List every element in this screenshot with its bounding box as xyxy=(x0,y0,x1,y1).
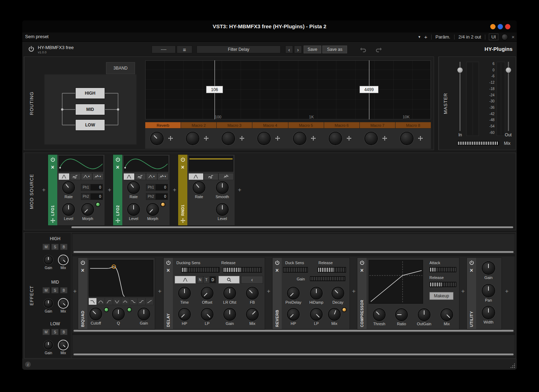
biquad-curve-display[interactable] xyxy=(89,260,153,297)
lfo2-level-knob[interactable] xyxy=(128,204,139,215)
macro-8-move-icon[interactable] xyxy=(418,136,423,141)
reverb-hp-knob[interactable] xyxy=(288,309,299,320)
mute-button[interactable]: M xyxy=(43,244,49,250)
band-mid-mix-knob[interactable] xyxy=(59,299,67,307)
delay-gain-knob[interactable] xyxy=(224,309,235,320)
delay-prev-button[interactable]: ‹ xyxy=(241,276,263,283)
crossover-display[interactable]: 106 4499 100 1K 10K xyxy=(145,60,431,119)
compressor-ratio-knob[interactable] xyxy=(396,309,407,320)
mute-button[interactable]: M xyxy=(43,329,49,335)
lfo1-remove-icon[interactable]: × xyxy=(51,165,54,170)
ui-button[interactable]: UI xyxy=(489,34,498,40)
macro-1-move-icon[interactable] xyxy=(168,136,173,141)
lfo1-wave-bell-button[interactable] xyxy=(59,173,69,180)
band-block-high[interactable]: HIGH xyxy=(76,88,105,99)
reverb-duck-meter[interactable] xyxy=(283,267,308,273)
add-fx-slot-3[interactable]: + xyxy=(266,288,271,295)
macro-3-move-icon[interactable] xyxy=(239,136,245,141)
host-preset-name[interactable]: Sem preset xyxy=(25,34,48,39)
lfo2-power-icon[interactable] xyxy=(115,157,121,162)
add-mod-slot-3[interactable]: + xyxy=(172,186,177,194)
lfo1-ph2-field[interactable]: Ph20 xyxy=(81,194,102,200)
lfo2-remove-icon[interactable]: × xyxy=(116,165,119,170)
delay-power-icon[interactable] xyxy=(166,260,171,266)
delay-envelope-button[interactable] xyxy=(175,276,195,283)
compressor-power-icon[interactable] xyxy=(359,260,365,266)
add-fx-slot-4[interactable]: + xyxy=(351,288,357,295)
reverb-release-meter[interactable] xyxy=(318,267,346,273)
reverb-hidamp-knob[interactable] xyxy=(311,287,322,299)
band-block-low[interactable]: LOW xyxy=(76,120,105,130)
filter-highshelf-icon[interactable] xyxy=(137,298,145,305)
reverb-remove-icon[interactable]: × xyxy=(275,268,279,273)
crossover-high-value[interactable]: 4499 xyxy=(360,86,378,93)
ph1-value[interactable]: 0 xyxy=(90,184,102,190)
delay-snap-button[interactable] xyxy=(219,276,239,283)
rnd1-wave-display[interactable] xyxy=(189,156,233,172)
reverb-decay-knob[interactable] xyxy=(332,287,344,299)
lfo2-wave-bell-button[interactable] xyxy=(124,173,134,180)
lfo2-wave-display[interactable] xyxy=(124,156,168,172)
macro-2-knob[interactable] xyxy=(187,132,199,144)
band-high-mix-knob[interactable] xyxy=(59,256,67,264)
filter-peak-icon[interactable] xyxy=(121,298,129,305)
macro-7-knob[interactable] xyxy=(365,132,377,144)
save-button[interactable]: Save xyxy=(304,46,321,53)
macro-6-knob[interactable] xyxy=(329,132,341,144)
delay-release-meter[interactable] xyxy=(223,267,262,273)
filter-lowshelf-icon[interactable] xyxy=(129,298,137,305)
filter-notch-icon[interactable] xyxy=(113,298,121,305)
lfo2-ph1-field[interactable]: Ph10 xyxy=(146,184,168,190)
reverb-lp-knob[interactable] xyxy=(311,309,322,320)
delay-mix-knob[interactable] xyxy=(247,309,258,320)
lfo2-morph-knob[interactable] xyxy=(147,204,158,215)
delay-n-button[interactable]: N xyxy=(197,277,203,283)
lfo1-ph1-field[interactable]: Ph10 xyxy=(81,184,102,190)
high-lane-scrollbar[interactable] xyxy=(74,251,514,253)
rnd1-move-icon[interactable] xyxy=(180,218,186,223)
lfo1-wave-rand-button[interactable]: ▾ xyxy=(93,173,103,180)
ph2-value[interactable]: 0 xyxy=(156,194,168,200)
delay-remove-icon[interactable]: × xyxy=(166,268,170,273)
compressor-release-meter[interactable] xyxy=(429,282,456,287)
lfo1-move-icon[interactable] xyxy=(50,218,55,223)
macro-4-knob[interactable] xyxy=(258,132,270,144)
delay-t-button[interactable]: T xyxy=(204,277,209,283)
compressor-curve-display[interactable] xyxy=(369,260,423,304)
low-lane-scrollbar[interactable] xyxy=(74,354,514,355)
macro-6-move-icon[interactable] xyxy=(346,136,352,141)
solo-button[interactable]: S xyxy=(52,244,58,250)
ph1-value[interactable]: 0 xyxy=(156,184,168,190)
preset-name-field[interactable]: Filter Delay xyxy=(197,46,280,53)
bank-selector[interactable]: ---- xyxy=(152,46,175,53)
rnd1-smooth-knob[interactable] xyxy=(217,182,228,193)
delay-lp-knob[interactable] xyxy=(201,309,213,320)
utility-power-icon[interactable] xyxy=(469,260,474,266)
delay-d-button[interactable]: D xyxy=(210,277,216,283)
macro-5-knob[interactable] xyxy=(294,132,306,144)
reverb-mix-knob[interactable] xyxy=(329,309,340,320)
redo-icon[interactable] xyxy=(376,46,382,53)
crossover-low-value[interactable]: 106 xyxy=(206,86,223,93)
macro-tab-4[interactable]: Macro 4 xyxy=(252,122,288,128)
plugin-power-icon[interactable] xyxy=(28,46,35,53)
compressor-thresh-knob[interactable] xyxy=(374,309,385,320)
bypass-button[interactable]: B xyxy=(60,244,67,250)
master-mix-slider[interactable] xyxy=(457,141,499,145)
macro-1-knob[interactable] xyxy=(151,132,163,144)
biquad-gain-knob[interactable] xyxy=(138,308,150,320)
macro-tab-2[interactable]: Macro 2 xyxy=(181,122,216,128)
compressor-mix-knob[interactable] xyxy=(441,309,452,320)
resize-handle[interactable] xyxy=(510,363,515,368)
lfo1-power-icon[interactable] xyxy=(50,157,55,162)
macro-2-move-icon[interactable] xyxy=(204,136,209,141)
macro-7-move-icon[interactable] xyxy=(382,136,387,141)
macro-tab-5[interactable]: Macro 5 xyxy=(288,122,324,128)
save-as-button[interactable]: Save as xyxy=(323,46,347,53)
high-band-chain-lane[interactable] xyxy=(72,234,515,254)
biquad-power-icon[interactable] xyxy=(80,260,86,266)
band-mid-gain-knob[interactable] xyxy=(45,299,52,307)
band-mode-selector[interactable]: 3BAND xyxy=(106,63,135,74)
delay-time-knob[interactable] xyxy=(179,287,190,299)
compressor-remove-icon[interactable]: × xyxy=(360,268,363,273)
